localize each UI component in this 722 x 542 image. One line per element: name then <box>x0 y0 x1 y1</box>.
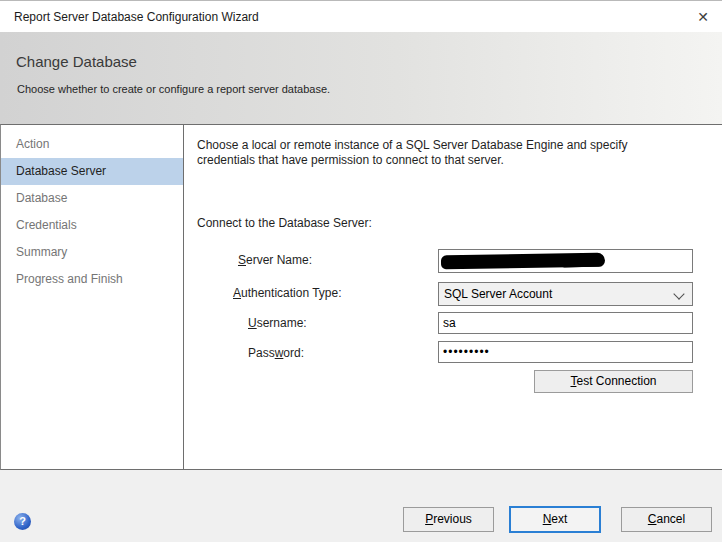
username-input[interactable] <box>438 312 693 334</box>
step-description: Choose a local or remote instance of a S… <box>197 138 677 168</box>
test-connection-button[interactable]: Test Connection <box>534 370 693 393</box>
server-name-label: Server Name: <box>238 253 312 267</box>
step-sidebar: Action Database Server Database Credenti… <box>1 125 184 469</box>
window-title: Report Server Database Configuration Wiz… <box>14 10 259 24</box>
wizard-footer: ? Previous Next Cancel <box>0 470 722 542</box>
next-button[interactable]: Next <box>509 506 601 533</box>
sidebar-item-action[interactable]: Action <box>1 131 183 158</box>
page-title: Change Database <box>16 53 137 70</box>
authentication-type-select[interactable]: SQL Server Account <box>438 282 693 306</box>
password-input[interactable] <box>438 341 693 363</box>
wizard-body: Action Database Server Database Credenti… <box>0 124 722 470</box>
help-icon[interactable]: ? <box>14 513 31 530</box>
chevron-down-icon <box>673 288 684 299</box>
server-name-input[interactable] <box>438 249 693 273</box>
sidebar-item-credentials[interactable]: Credentials <box>1 212 183 239</box>
close-icon[interactable]: ✕ <box>693 7 713 27</box>
previous-button[interactable]: Previous <box>403 507 494 532</box>
sidebar-item-summary[interactable]: Summary <box>1 239 183 266</box>
sidebar-item-database-server[interactable]: Database Server <box>1 158 183 185</box>
password-label: Password: <box>248 346 304 360</box>
step-content: Choose a local or remote instance of a S… <box>184 125 722 469</box>
title-bar: Report Server Database Configuration Wiz… <box>0 1 722 32</box>
connect-heading: Connect to the Database Server: <box>197 216 372 230</box>
authentication-type-value: SQL Server Account <box>444 287 552 301</box>
sidebar-item-database[interactable]: Database <box>1 185 183 212</box>
authentication-type-label: Authentication Type: <box>233 286 342 300</box>
sidebar-item-progress-and-finish[interactable]: Progress and Finish <box>1 266 183 293</box>
wizard-dialog: Report Server Database Configuration Wiz… <box>0 0 722 542</box>
wizard-header: Change Database Choose whether to create… <box>0 32 722 124</box>
page-subtitle: Choose whether to create or configure a … <box>17 83 330 95</box>
cancel-button[interactable]: Cancel <box>621 507 712 532</box>
username-label: Username: <box>248 316 307 330</box>
redaction-mark <box>559 255 604 268</box>
